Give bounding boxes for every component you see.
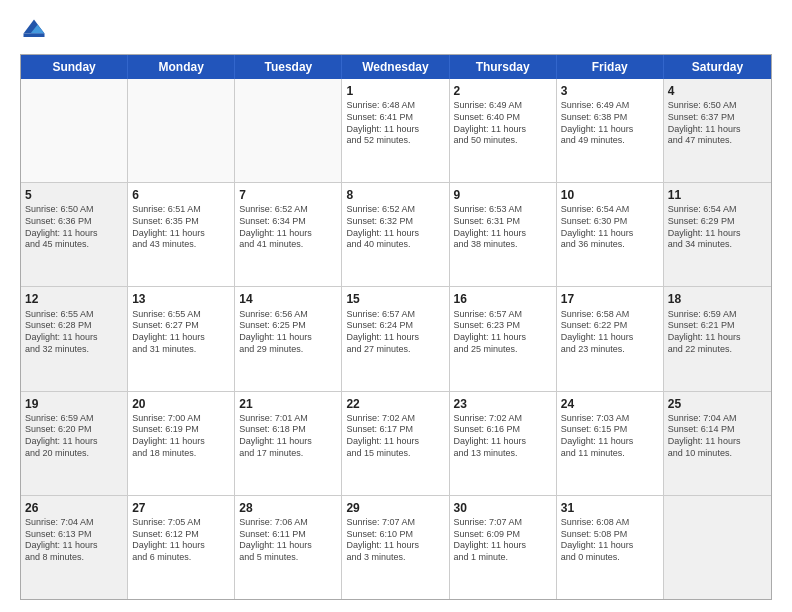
- calendar-cell-2-3: 15Sunrise: 6:57 AM Sunset: 6:24 PM Dayli…: [342, 287, 449, 390]
- cell-text: Sunrise: 7:04 AM Sunset: 6:13 PM Dayligh…: [25, 517, 123, 564]
- logo: [20, 16, 52, 44]
- cell-text: Sunrise: 7:07 AM Sunset: 6:09 PM Dayligh…: [454, 517, 552, 564]
- cell-text: Sunrise: 6:54 AM Sunset: 6:30 PM Dayligh…: [561, 204, 659, 251]
- calendar-cell-3-5: 24Sunrise: 7:03 AM Sunset: 6:15 PM Dayli…: [557, 392, 664, 495]
- calendar-body: 1Sunrise: 6:48 AM Sunset: 6:41 PM Daylig…: [21, 79, 771, 599]
- calendar-cell-3-2: 21Sunrise: 7:01 AM Sunset: 6:18 PM Dayli…: [235, 392, 342, 495]
- calendar-cell-1-3: 8Sunrise: 6:52 AM Sunset: 6:32 PM Daylig…: [342, 183, 449, 286]
- day-number: 14: [239, 291, 337, 307]
- cell-text: Sunrise: 6:08 AM Sunset: 5:08 PM Dayligh…: [561, 517, 659, 564]
- calendar-cell-1-5: 10Sunrise: 6:54 AM Sunset: 6:30 PM Dayli…: [557, 183, 664, 286]
- calendar-row-4: 26Sunrise: 7:04 AM Sunset: 6:13 PM Dayli…: [21, 496, 771, 599]
- calendar-cell-3-3: 22Sunrise: 7:02 AM Sunset: 6:17 PM Dayli…: [342, 392, 449, 495]
- day-number: 30: [454, 500, 552, 516]
- day-number: 29: [346, 500, 444, 516]
- day-number: 15: [346, 291, 444, 307]
- day-number: 12: [25, 291, 123, 307]
- calendar-cell-3-0: 19Sunrise: 6:59 AM Sunset: 6:20 PM Dayli…: [21, 392, 128, 495]
- day-number: 7: [239, 187, 337, 203]
- day-number: 4: [668, 83, 767, 99]
- cell-text: Sunrise: 6:50 AM Sunset: 6:37 PM Dayligh…: [668, 100, 767, 147]
- day-number: 10: [561, 187, 659, 203]
- calendar-cell-0-0: [21, 79, 128, 182]
- day-number: 11: [668, 187, 767, 203]
- weekday-header-thursday: Thursday: [450, 55, 557, 79]
- weekday-header-wednesday: Wednesday: [342, 55, 449, 79]
- cell-text: Sunrise: 6:56 AM Sunset: 6:25 PM Dayligh…: [239, 309, 337, 356]
- cell-text: Sunrise: 7:05 AM Sunset: 6:12 PM Dayligh…: [132, 517, 230, 564]
- calendar-cell-4-2: 28Sunrise: 7:06 AM Sunset: 6:11 PM Dayli…: [235, 496, 342, 599]
- weekday-header-friday: Friday: [557, 55, 664, 79]
- logo-icon: [20, 16, 48, 44]
- header: [20, 16, 772, 44]
- cell-text: Sunrise: 6:52 AM Sunset: 6:32 PM Dayligh…: [346, 204, 444, 251]
- cell-text: Sunrise: 7:04 AM Sunset: 6:14 PM Dayligh…: [668, 413, 767, 460]
- day-number: 22: [346, 396, 444, 412]
- day-number: 27: [132, 500, 230, 516]
- calendar-cell-4-5: 31Sunrise: 6:08 AM Sunset: 5:08 PM Dayli…: [557, 496, 664, 599]
- calendar-cell-2-4: 16Sunrise: 6:57 AM Sunset: 6:23 PM Dayli…: [450, 287, 557, 390]
- day-number: 6: [132, 187, 230, 203]
- calendar-row-0: 1Sunrise: 6:48 AM Sunset: 6:41 PM Daylig…: [21, 79, 771, 183]
- calendar-cell-0-6: 4Sunrise: 6:50 AM Sunset: 6:37 PM Daylig…: [664, 79, 771, 182]
- day-number: 9: [454, 187, 552, 203]
- calendar-cell-3-4: 23Sunrise: 7:02 AM Sunset: 6:16 PM Dayli…: [450, 392, 557, 495]
- calendar-cell-0-5: 3Sunrise: 6:49 AM Sunset: 6:38 PM Daylig…: [557, 79, 664, 182]
- calendar-row-1: 5Sunrise: 6:50 AM Sunset: 6:36 PM Daylig…: [21, 183, 771, 287]
- cell-text: Sunrise: 7:02 AM Sunset: 6:16 PM Dayligh…: [454, 413, 552, 460]
- day-number: 2: [454, 83, 552, 99]
- calendar-row-2: 12Sunrise: 6:55 AM Sunset: 6:28 PM Dayli…: [21, 287, 771, 391]
- day-number: 19: [25, 396, 123, 412]
- calendar-cell-1-2: 7Sunrise: 6:52 AM Sunset: 6:34 PM Daylig…: [235, 183, 342, 286]
- cell-text: Sunrise: 6:52 AM Sunset: 6:34 PM Dayligh…: [239, 204, 337, 251]
- calendar-cell-2-2: 14Sunrise: 6:56 AM Sunset: 6:25 PM Dayli…: [235, 287, 342, 390]
- weekday-header-monday: Monday: [128, 55, 235, 79]
- day-number: 18: [668, 291, 767, 307]
- day-number: 28: [239, 500, 337, 516]
- cell-text: Sunrise: 6:57 AM Sunset: 6:24 PM Dayligh…: [346, 309, 444, 356]
- calendar-cell-1-4: 9Sunrise: 6:53 AM Sunset: 6:31 PM Daylig…: [450, 183, 557, 286]
- calendar-cell-0-4: 2Sunrise: 6:49 AM Sunset: 6:40 PM Daylig…: [450, 79, 557, 182]
- day-number: 24: [561, 396, 659, 412]
- cell-text: Sunrise: 7:03 AM Sunset: 6:15 PM Dayligh…: [561, 413, 659, 460]
- day-number: 21: [239, 396, 337, 412]
- day-number: 3: [561, 83, 659, 99]
- cell-text: Sunrise: 6:57 AM Sunset: 6:23 PM Dayligh…: [454, 309, 552, 356]
- cell-text: Sunrise: 6:59 AM Sunset: 6:21 PM Dayligh…: [668, 309, 767, 356]
- day-number: 23: [454, 396, 552, 412]
- calendar-cell-4-6: [664, 496, 771, 599]
- cell-text: Sunrise: 7:06 AM Sunset: 6:11 PM Dayligh…: [239, 517, 337, 564]
- cell-text: Sunrise: 6:53 AM Sunset: 6:31 PM Dayligh…: [454, 204, 552, 251]
- cell-text: Sunrise: 6:59 AM Sunset: 6:20 PM Dayligh…: [25, 413, 123, 460]
- cell-text: Sunrise: 6:50 AM Sunset: 6:36 PM Dayligh…: [25, 204, 123, 251]
- calendar-cell-1-0: 5Sunrise: 6:50 AM Sunset: 6:36 PM Daylig…: [21, 183, 128, 286]
- cell-text: Sunrise: 6:49 AM Sunset: 6:38 PM Dayligh…: [561, 100, 659, 147]
- page: SundayMondayTuesdayWednesdayThursdayFrid…: [0, 0, 792, 612]
- calendar-cell-1-1: 6Sunrise: 6:51 AM Sunset: 6:35 PM Daylig…: [128, 183, 235, 286]
- calendar-cell-3-6: 25Sunrise: 7:04 AM Sunset: 6:14 PM Dayli…: [664, 392, 771, 495]
- calendar-cell-2-6: 18Sunrise: 6:59 AM Sunset: 6:21 PM Dayli…: [664, 287, 771, 390]
- cell-text: Sunrise: 6:55 AM Sunset: 6:28 PM Dayligh…: [25, 309, 123, 356]
- calendar-cell-2-5: 17Sunrise: 6:58 AM Sunset: 6:22 PM Dayli…: [557, 287, 664, 390]
- calendar-cell-0-3: 1Sunrise: 6:48 AM Sunset: 6:41 PM Daylig…: [342, 79, 449, 182]
- day-number: 1: [346, 83, 444, 99]
- calendar-cell-1-6: 11Sunrise: 6:54 AM Sunset: 6:29 PM Dayli…: [664, 183, 771, 286]
- calendar-cell-4-3: 29Sunrise: 7:07 AM Sunset: 6:10 PM Dayli…: [342, 496, 449, 599]
- calendar-cell-3-1: 20Sunrise: 7:00 AM Sunset: 6:19 PM Dayli…: [128, 392, 235, 495]
- calendar-cell-2-1: 13Sunrise: 6:55 AM Sunset: 6:27 PM Dayli…: [128, 287, 235, 390]
- calendar-cell-4-4: 30Sunrise: 7:07 AM Sunset: 6:09 PM Dayli…: [450, 496, 557, 599]
- calendar-cell-0-2: [235, 79, 342, 182]
- cell-text: Sunrise: 7:07 AM Sunset: 6:10 PM Dayligh…: [346, 517, 444, 564]
- day-number: 20: [132, 396, 230, 412]
- cell-text: Sunrise: 6:51 AM Sunset: 6:35 PM Dayligh…: [132, 204, 230, 251]
- calendar: SundayMondayTuesdayWednesdayThursdayFrid…: [20, 54, 772, 600]
- calendar-header: SundayMondayTuesdayWednesdayThursdayFrid…: [21, 55, 771, 79]
- calendar-cell-2-0: 12Sunrise: 6:55 AM Sunset: 6:28 PM Dayli…: [21, 287, 128, 390]
- cell-text: Sunrise: 6:49 AM Sunset: 6:40 PM Dayligh…: [454, 100, 552, 147]
- weekday-header-sunday: Sunday: [21, 55, 128, 79]
- calendar-cell-4-1: 27Sunrise: 7:05 AM Sunset: 6:12 PM Dayli…: [128, 496, 235, 599]
- svg-rect-2: [24, 34, 45, 38]
- calendar-cell-0-1: [128, 79, 235, 182]
- cell-text: Sunrise: 6:48 AM Sunset: 6:41 PM Dayligh…: [346, 100, 444, 147]
- cell-text: Sunrise: 6:58 AM Sunset: 6:22 PM Dayligh…: [561, 309, 659, 356]
